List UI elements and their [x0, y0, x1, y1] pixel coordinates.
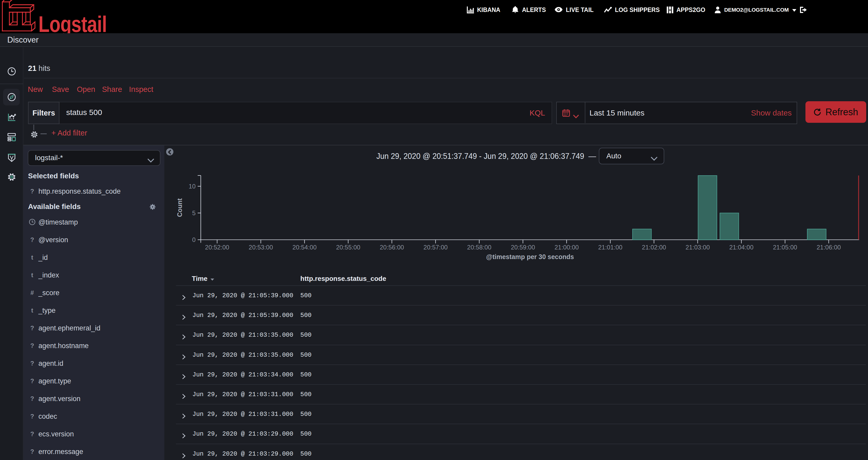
- svg-text:5: 5: [192, 210, 195, 216]
- svg-text:20:52:00: 20:52:00: [205, 244, 229, 251]
- svg-text:21:03:00: 21:03:00: [685, 244, 710, 251]
- svg-text:Count: Count: [176, 198, 183, 217]
- svg-text:21:02:00: 21:02:00: [642, 244, 666, 251]
- svg-text:20:54:00: 20:54:00: [292, 244, 316, 251]
- svg-text:20:59:00: 20:59:00: [511, 244, 535, 251]
- svg-text:21:00:00: 21:00:00: [554, 244, 579, 251]
- svg-text:0: 0: [192, 236, 195, 243]
- svg-text:21:05:00: 21:05:00: [773, 244, 797, 251]
- svg-text:21:04:00: 21:04:00: [729, 244, 753, 251]
- svg-text:20:56:00: 20:56:00: [380, 244, 404, 251]
- svg-text:20:57:00: 20:57:00: [423, 244, 447, 251]
- svg-text:@timestamp per 30 seconds: @timestamp per 30 seconds: [486, 253, 574, 260]
- svg-text:20:53:00: 20:53:00: [249, 244, 273, 251]
- svg-text:20:55:00: 20:55:00: [336, 244, 360, 251]
- svg-text:21:06:00: 21:06:00: [816, 244, 841, 251]
- svg-text:21:01:00: 21:01:00: [598, 244, 622, 251]
- svg-text:10: 10: [189, 183, 196, 190]
- svg-text:20:58:00: 20:58:00: [467, 244, 491, 251]
